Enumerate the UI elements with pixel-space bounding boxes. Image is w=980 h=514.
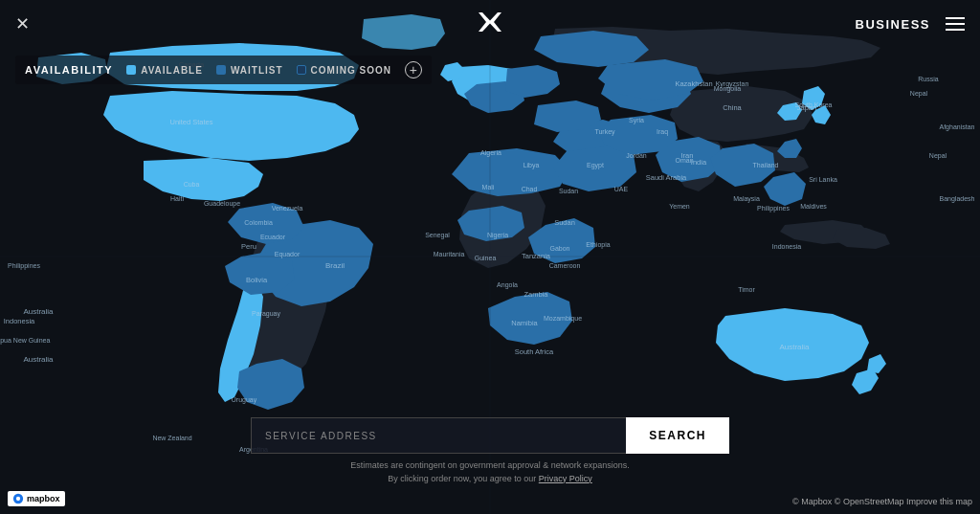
search-area: SEARCH Estimates are contingent on gover… — [251, 417, 729, 485]
svg-text:India: India — [691, 158, 707, 167]
disclaimer-line2: By clicking order now, you agree to our — [388, 474, 536, 483]
attribution-text: © Mapbox © OpenStreetMap Improve this ma… — [792, 497, 972, 506]
coming-soon-dot — [297, 65, 306, 75]
svg-text:Turkey: Turkey — [594, 128, 615, 136]
header: ✕ BUSINESS — [0, 0, 980, 48]
svg-text:China: China — [723, 103, 742, 112]
search-disclaimer: Estimates are contingent on government a… — [350, 459, 630, 485]
legend-available: AVAILABLE — [126, 65, 203, 76]
svg-text:Papua New Guinea: Papua New Guinea — [0, 337, 50, 345]
legend-coming-soon: COMING SOON — [297, 65, 391, 76]
svg-text:Bolivia: Bolivia — [246, 276, 268, 284]
svg-text:Malaysia: Malaysia — [733, 195, 760, 203]
svg-text:New Zealand: New Zealand — [152, 435, 191, 441]
svg-text:Tanzania: Tanzania — [522, 252, 551, 260]
svg-text:Nigeria: Nigeria — [487, 232, 508, 239]
attribution: © Mapbox © OpenStreetMap Improve this ma… — [792, 497, 972, 506]
coming-soon-label: COMING SOON — [311, 65, 391, 76]
svg-text:Philippines: Philippines — [8, 262, 40, 270]
search-row: SEARCH — [251, 417, 729, 454]
svg-text:Uruguay: Uruguay — [232, 396, 257, 404]
mapbox-text: mapbox — [27, 494, 60, 503]
svg-text:Thailand: Thailand — [753, 162, 779, 168]
svg-text:Cameroon: Cameroon — [549, 262, 581, 269]
svg-text:Iraq: Iraq — [657, 128, 668, 136]
svg-text:Paraguay: Paraguay — [252, 310, 280, 318]
svg-text:Zambia: Zambia — [523, 290, 548, 299]
svg-text:Equador: Equador — [275, 251, 301, 258]
svg-text:Colombia: Colombia — [244, 219, 273, 226]
svg-text:Ethiopia: Ethiopia — [586, 241, 610, 249]
menu-button[interactable] — [946, 17, 965, 31]
svg-text:Australia: Australia — [23, 307, 54, 316]
disclaimer-line1: Estimates are contingent on government a… — [350, 460, 630, 470]
svg-text:Libya: Libya — [523, 162, 540, 169]
svg-text:Guadeloupe: Guadeloupe — [204, 200, 240, 208]
available-label: AVAILABLE — [141, 65, 203, 76]
svg-text:Australia: Australia — [23, 355, 54, 364]
svg-text:Gabon: Gabon — [549, 245, 569, 252]
svg-text:Jordan: Jordan — [626, 152, 647, 159]
improve-map-link[interactable]: Improve this map — [906, 497, 972, 506]
svg-text:Egypt: Egypt — [587, 162, 604, 169]
business-button[interactable]: BUSINESS — [856, 17, 930, 32]
svg-text:Philippines: Philippines — [757, 205, 790, 212]
svg-text:Brazil: Brazil — [325, 261, 345, 270]
svg-text:UAE: UAE — [614, 186, 629, 192]
svg-text:Kazakhstan: Kazakhstan — [675, 79, 712, 88]
address-input[interactable] — [251, 417, 626, 454]
mapbox-logo-box: mapbox — [8, 491, 65, 506]
svg-text:Sudan: Sudan — [559, 188, 578, 194]
availability-bar: AVAILABILITY AVAILABLE WAITLIST COMING S… — [15, 56, 432, 84]
starlink-logo — [477, 9, 503, 39]
header-right: BUSINESS — [856, 17, 965, 32]
svg-text:South Africa: South Africa — [515, 347, 554, 356]
waitlist-label: WAITLIST — [231, 65, 283, 76]
svg-text:United States: United States — [169, 118, 212, 126]
svg-text:Algeria: Algeria — [480, 149, 501, 157]
svg-text:Sri Lanka: Sri Lanka — [809, 176, 837, 183]
svg-text:South Korea: South Korea — [795, 101, 833, 108]
svg-text:Namibia: Namibia — [511, 319, 538, 327]
search-button[interactable]: SEARCH — [626, 417, 729, 454]
svg-text:Nepal: Nepal — [929, 152, 947, 160]
svg-text:Indonesia: Indonesia — [772, 243, 801, 250]
svg-text:Peru: Peru — [241, 242, 256, 251]
svg-text:Timor: Timor — [738, 286, 755, 293]
add-button[interactable]: + — [405, 61, 422, 78]
waitlist-dot — [216, 65, 226, 75]
svg-text:Ecuador: Ecuador — [260, 234, 286, 240]
svg-text:Cuba: Cuba — [184, 181, 200, 188]
menu-line-1 — [946, 17, 965, 19]
svg-text:Australia: Australia — [779, 343, 810, 351]
legend-waitlist: WAITLIST — [216, 65, 283, 76]
svg-text:Chad: Chad — [522, 186, 538, 192]
svg-point-74 — [16, 497, 20, 501]
svg-text:Russia: Russia — [918, 76, 939, 82]
menu-line-2 — [946, 23, 965, 25]
svg-text:Haiti: Haiti — [170, 195, 184, 202]
availability-label: AVAILABILITY — [25, 64, 113, 76]
svg-text:Maldives: Maldives — [800, 203, 827, 210]
svg-text:Mozambique: Mozambique — [544, 315, 582, 323]
svg-text:Angola: Angola — [497, 281, 518, 289]
svg-text:Mali: Mali — [482, 184, 495, 190]
svg-text:Mongolia: Mongolia — [714, 85, 742, 93]
svg-text:Sudan: Sudan — [554, 218, 575, 227]
svg-text:Nepal: Nepal — [910, 90, 928, 98]
menu-line-3 — [946, 29, 965, 31]
svg-text:Yemen: Yemen — [669, 203, 690, 210]
mapbox-logo: mapbox — [8, 491, 65, 506]
svg-text:Afghanistan: Afghanistan — [940, 123, 975, 131]
svg-text:Mauritania: Mauritania — [434, 251, 465, 257]
svg-text:Guinea: Guinea — [475, 255, 497, 261]
svg-text:Senegal: Senegal — [425, 232, 450, 239]
privacy-policy-link[interactable]: Privacy Policy — [539, 474, 592, 483]
svg-text:Venezuela: Venezuela — [272, 205, 303, 212]
svg-text:Saudi Arabia: Saudi Arabia — [646, 173, 687, 182]
close-button[interactable]: ✕ — [15, 15, 30, 33]
svg-text:Syria: Syria — [629, 117, 644, 124]
svg-text:Indonesia: Indonesia — [4, 317, 35, 325]
available-dot — [126, 65, 136, 75]
svg-text:Bangladesh: Bangladesh — [940, 195, 975, 203]
